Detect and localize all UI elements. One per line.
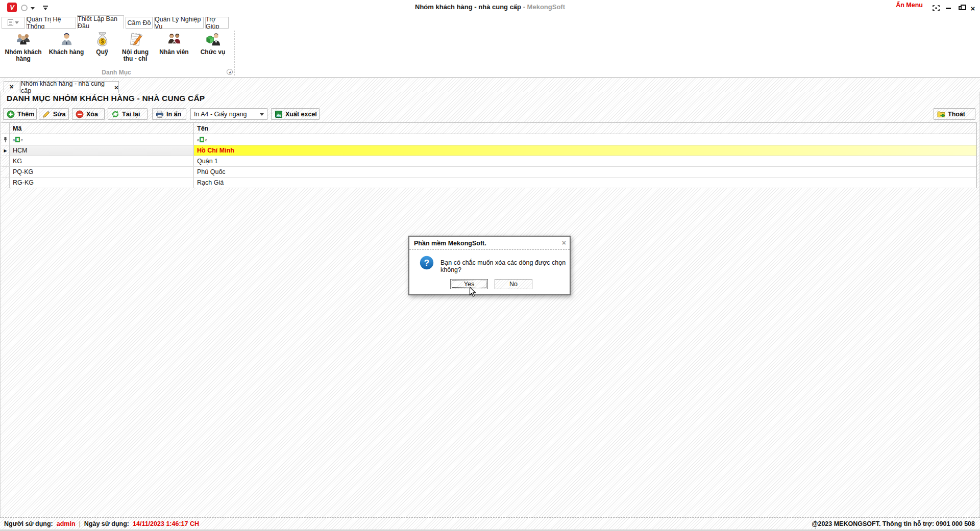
tab-tro-giup[interactable]: Trợ Giúp — [205, 17, 229, 29]
export-excel-button[interactable]: xls Xuất excel — [271, 108, 320, 120]
add-button-label: Thêm — [17, 111, 34, 118]
column-header-ten[interactable]: Tên — [194, 123, 976, 134]
ribbon-separator — [234, 31, 235, 75]
ribbon-item-label: Chức vụ — [201, 49, 226, 56]
date-value: 14/11/2023 1:46:17 CH — [133, 520, 199, 527]
row-indicator — [2, 178, 10, 188]
delete-icon — [76, 110, 84, 118]
exit-folder-icon — [937, 110, 945, 118]
fit-icon — [933, 5, 940, 11]
dialog-close-icon[interactable]: × — [562, 239, 566, 247]
tab-thiet-lap-ban-dau[interactable]: Thiết Lập Ban Đầu — [77, 15, 124, 29]
filter-pin-icon — [3, 137, 8, 143]
fit-window-button[interactable] — [932, 5, 940, 11]
cell-ten[interactable]: Rạch Giá — [194, 178, 976, 188]
cell-ten[interactable]: Quận 1 — [194, 156, 976, 166]
page-title: DANH MỤC NHÓM KHÁCH HÀNG - NHÀ CUNG CẤP — [7, 94, 205, 103]
document-list-icon — [8, 19, 13, 26]
add-button[interactable]: Thêm — [3, 108, 37, 120]
ribbon-group-label: Danh Mục — [0, 69, 233, 76]
window-title-text: Nhóm khách hàng - nhà cung cấp — [415, 3, 521, 11]
dialog-titlebar: Phần mềm MekongSoft. × — [409, 237, 570, 250]
dialog-title: Phần mềm MekongSoft. — [414, 240, 486, 247]
question-icon: ? — [420, 256, 434, 270]
filter-cell-ma[interactable]: aBc — [10, 134, 194, 145]
money-bag-icon: $ — [94, 32, 111, 47]
restore-icon — [959, 6, 963, 10]
chevron-down-icon — [15, 21, 19, 24]
cell-ma[interactable]: RG-KG — [10, 178, 194, 188]
document-tab-label: Nhóm khách hàng - nhà cung cấp — [21, 80, 110, 94]
column-header-ma[interactable]: Mã — [10, 123, 194, 134]
close-tab-icon[interactable]: × — [114, 84, 118, 91]
grid-filter-row[interactable]: aBc aBc — [2, 134, 976, 145]
content-area: DANH MỤC NHÓM KHÁCH HÀNG - NHÀ CUNG CẤP … — [0, 92, 980, 517]
group-dialog-launcher-button[interactable]: ◢ — [227, 69, 233, 75]
cell-ma[interactable]: PQ-KG — [10, 167, 194, 177]
cell-ten[interactable]: Hồ Chí Minh — [194, 145, 976, 156]
add-icon — [7, 110, 15, 118]
document-tabbar: × Nhóm khách hàng - nhà cung cấp × — [0, 78, 980, 92]
reload-button[interactable]: Tải lại — [108, 108, 148, 120]
reload-button-label: Tải lại — [122, 111, 140, 118]
refresh-icon — [111, 110, 119, 118]
delete-button[interactable]: Xóa — [72, 108, 105, 120]
close-all-tabs-button[interactable]: × — [4, 81, 19, 92]
restore-button[interactable] — [957, 5, 965, 11]
statusbar: Người sử dụng: admin | Ngày sử dụng: 14/… — [0, 517, 980, 531]
cell-ma[interactable]: KG — [10, 156, 194, 166]
exit-button[interactable]: Thoát — [934, 108, 975, 120]
application-menu-button[interactable] — [2, 17, 25, 29]
ribbon-group-danh-muc: Nhóm khách hàng Khách hàng $ Quỹ — [0, 29, 980, 78]
table-row[interactable]: RG-KG Rạch Giá — [2, 178, 976, 188]
ribbon-item-nhom-khach-hang[interactable]: Nhóm khách hàng — [3, 32, 43, 62]
customer-group-icon — [15, 32, 32, 47]
svg-text:?: ? — [424, 258, 429, 268]
dropdown-arrow-icon — [260, 113, 264, 116]
table-row[interactable]: PQ-KG Phú Quốc — [2, 167, 976, 178]
customer-icon — [58, 32, 75, 47]
filter-cell-ten[interactable]: aBc — [194, 134, 976, 145]
print-format-select[interactable]: In A4 - Giấy ngang — [190, 108, 267, 120]
table-row[interactable]: KG Quận 1 — [2, 156, 976, 167]
svg-text:xls: xls — [276, 114, 281, 117]
edit-button[interactable]: Sửa — [39, 108, 69, 120]
window-title: Nhóm khách hàng - nhà cung cấp - MekongS… — [0, 3, 980, 11]
hide-menu-button[interactable]: Ẩn Menu — [896, 2, 923, 9]
tab-quan-tri-he-thong[interactable]: Quản Trị Hệ Thống — [26, 17, 76, 29]
close-window-button[interactable]: × — [969, 5, 977, 11]
ribbon-item-noi-dung-thu-chi[interactable]: Nội dung thu - chi — [118, 32, 153, 62]
svg-text:$: $ — [101, 38, 104, 44]
ribbon-item-quy[interactable]: $ Quỹ — [87, 32, 117, 56]
cell-ten[interactable]: Phú Quốc — [194, 167, 976, 177]
row-indicator — [2, 156, 10, 166]
delete-button-label: Xóa — [86, 111, 98, 118]
filter-row-indicator — [2, 134, 10, 145]
grid-header-row: Mã Tên — [2, 123, 976, 134]
cell-ma[interactable]: HCM — [10, 145, 194, 156]
data-grid: Mã Tên aBc aBc ▶ HCM Hồ Chí Minh — [2, 122, 977, 188]
table-row[interactable]: ▶ HCM Hồ Chí Minh — [2, 145, 976, 156]
focused-row-arrow-icon: ▶ — [4, 148, 7, 153]
confirmation-dialog: Phần mềm MekongSoft. × ? Bạn có chắc muố… — [408, 236, 571, 295]
grid-header-indicator — [2, 123, 10, 134]
excel-icon: xls — [275, 110, 283, 118]
staff-icon — [166, 32, 183, 47]
ribbon-item-chuc-vu[interactable]: Chức vụ — [195, 32, 230, 56]
date-label: Ngày sử dụng: — [84, 520, 129, 527]
document-tab[interactable]: Nhóm khách hàng - nhà cung cấp × — [20, 81, 119, 93]
mouse-cursor — [469, 287, 477, 297]
print-format-value: In A4 - Giấy ngang — [194, 111, 247, 118]
edit-pencil-icon — [42, 110, 51, 118]
print-button-label: In ấn — [166, 111, 181, 118]
no-button[interactable]: No — [495, 279, 532, 289]
ribbon-item-nhan-vien[interactable]: Nhân viên — [156, 32, 192, 56]
print-button[interactable]: In ấn — [152, 108, 186, 120]
minimize-button[interactable] — [944, 5, 952, 11]
ribbon-item-khach-hang[interactable]: Khách hàng — [47, 32, 86, 56]
application-window: V Nhóm khách hàng - nhà cung cấp - Mekon… — [0, 0, 980, 531]
tab-cam-do[interactable]: Cầm Đồ — [126, 17, 153, 29]
ribbon-tab-row: Quản Trị Hệ Thống Thiết Lập Ban Đầu Cầm … — [0, 15, 980, 29]
tab-quan-ly-nghiep-vu[interactable]: Quản Lý Nghiệp Vụ — [154, 17, 204, 29]
ribbon-item-label: Nhóm khách hàng — [3, 49, 43, 62]
